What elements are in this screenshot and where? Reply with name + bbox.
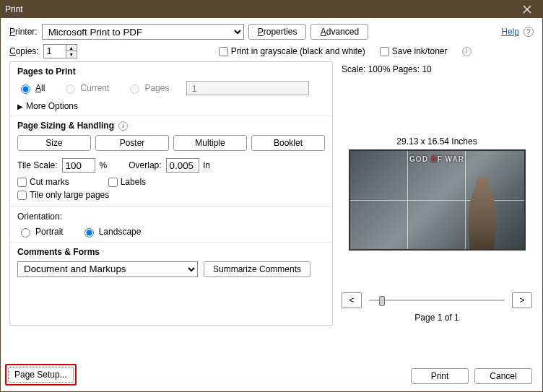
- copies-spinner[interactable]: ▲ ▼: [43, 44, 77, 58]
- properties-button[interactable]: Properties: [248, 24, 307, 40]
- orientation-section-title: Orientation:: [17, 212, 325, 222]
- page-setup-highlight: Page Setup...: [5, 364, 77, 386]
- help-link[interactable]: Help: [501, 27, 519, 37]
- copies-label: Copies:: [9, 46, 39, 56]
- preview-prev-button[interactable]: <: [342, 292, 362, 308]
- sizing-section-title: Page Sizing & Handling: [17, 121, 114, 131]
- portrait-label: Portrait: [35, 227, 64, 237]
- landscape-radio[interactable]: [84, 228, 94, 238]
- copies-up[interactable]: ▲: [66, 45, 77, 51]
- landscape-label: Landscape: [99, 227, 142, 237]
- grayscale-label: Print in grayscale (black and white): [231, 46, 365, 56]
- tile-scale-input[interactable]: [62, 158, 95, 173]
- overlap-input[interactable]: [166, 158, 199, 173]
- comments-section-title: Comments & Forms: [17, 247, 325, 257]
- preview-image-title: GOD ΩF WAR: [409, 155, 464, 163]
- cut-marks-label: Cut marks: [30, 177, 69, 187]
- tab-poster[interactable]: Poster: [95, 135, 169, 151]
- tile-scale-unit: %: [100, 160, 108, 170]
- preview-page-label: Page 1 of 1: [342, 313, 532, 323]
- preview-next-button[interactable]: >: [512, 292, 532, 308]
- overlap-label: Overlap:: [129, 160, 161, 170]
- tile-large-label: Tile only large pages: [30, 190, 109, 200]
- tile-large-checkbox[interactable]: [17, 191, 27, 200]
- save-ink-label: Save ink/toner: [392, 46, 448, 56]
- comments-select[interactable]: Document and Markups: [17, 261, 198, 277]
- tab-size[interactable]: Size: [17, 135, 91, 151]
- titlebar: Print: [1, 1, 542, 18]
- help-icon[interactable]: ?: [524, 27, 534, 37]
- pages-all-label: All: [35, 83, 45, 93]
- labels-label: Labels: [121, 177, 146, 187]
- sizing-info-icon[interactable]: i: [118, 121, 128, 131]
- print-dialog: Print Printer: Microsoft Print to PDF Pr…: [0, 0, 543, 392]
- printer-select[interactable]: Microsoft Print to PDF: [42, 24, 244, 40]
- tile-scale-label: Tile Scale:: [17, 160, 58, 170]
- copies-down[interactable]: ▼: [66, 51, 77, 58]
- more-options-label: More Options: [26, 101, 78, 111]
- pages-section-title: Pages to Print: [17, 66, 325, 77]
- close-icon: [523, 5, 531, 14]
- window-title: Print: [5, 4, 23, 14]
- save-ink-info-icon[interactable]: i: [462, 47, 472, 56]
- left-panel: Pages to Print All Current Pages: [9, 61, 333, 326]
- copies-input[interactable]: [44, 45, 66, 58]
- advanced-button[interactable]: Advanced: [310, 24, 368, 40]
- pages-current-label: Current: [80, 83, 109, 93]
- cut-marks-checkbox[interactable]: [17, 178, 27, 187]
- cancel-button[interactable]: Cancel: [474, 368, 532, 384]
- pages-current-radio: [66, 84, 75, 94]
- tab-booklet[interactable]: Booklet: [251, 135, 325, 151]
- portrait-radio[interactable]: [21, 228, 30, 238]
- grayscale-checkbox[interactable]: [219, 47, 228, 56]
- printer-label: Printer:: [9, 27, 38, 37]
- tab-multiple[interactable]: Multiple: [173, 135, 247, 151]
- more-options-toggle[interactable]: ▶ More Options: [17, 101, 78, 111]
- preview-zoom-slider[interactable]: [369, 293, 505, 308]
- pages-pages-label: Pages: [144, 83, 169, 93]
- close-button[interactable]: [516, 1, 538, 18]
- pages-pages-radio: [130, 84, 139, 94]
- save-ink-checkbox[interactable]: [380, 47, 389, 56]
- slider-thumb[interactable]: [379, 296, 385, 306]
- overlap-unit: in: [204, 160, 210, 170]
- pages-range-input: [186, 81, 309, 95]
- print-button[interactable]: Print: [411, 368, 469, 384]
- preview-dimensions: 29.13 x 16.54 Inches: [342, 136, 532, 147]
- pages-all-radio[interactable]: [21, 84, 30, 94]
- page-setup-button[interactable]: Page Setup...: [8, 367, 74, 383]
- preview-scale-info: Scale: 100% Pages: 10: [342, 64, 532, 74]
- labels-checkbox[interactable]: [108, 178, 118, 187]
- triangle-right-icon: ▶: [17, 103, 23, 110]
- summarize-comments-button[interactable]: Summarize Comments: [204, 261, 310, 277]
- preview-panel: Scale: 100% Pages: 10 29.13 x 16.54 Inch…: [340, 61, 534, 326]
- page-preview: GOD ΩF WAR: [349, 149, 526, 251]
- preview-image-figure: [461, 177, 504, 249]
